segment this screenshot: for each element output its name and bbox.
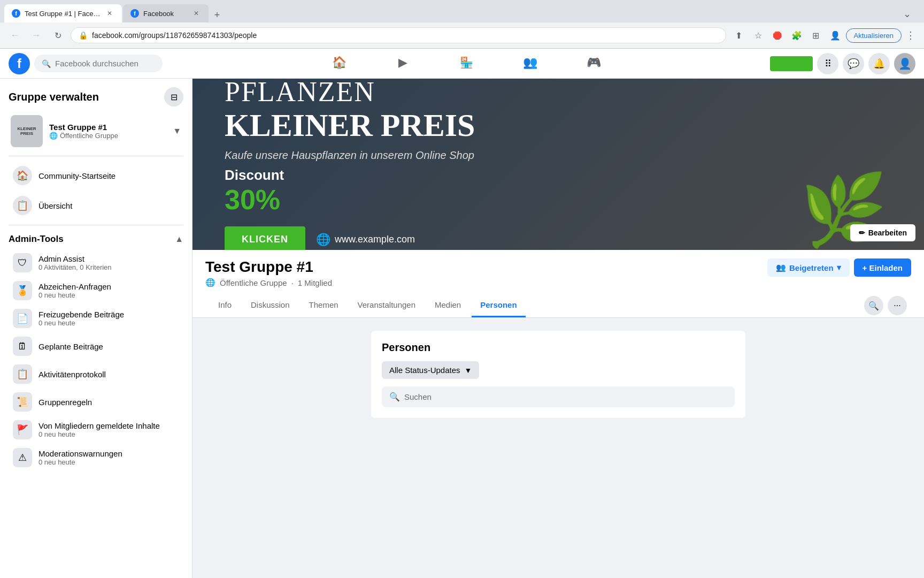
nav-watch[interactable]: ▶ [372,51,434,77]
browser-chrome: f Test Gruppe #1 | Facebook ✕ f Facebook… [0,0,924,49]
admin-tools-chevron[interactable]: ▲ [175,234,183,244]
facebook-search-bar[interactable]: 🔍 [34,55,163,72]
filter-dropdown[interactable]: Alle Status-Updates ▼ [382,361,479,379]
split-view-icon[interactable]: ⊞ [807,27,825,44]
sidebar-item-community[interactable]: 🏠 Community-Startseite [4,161,188,191]
dot-separator: · [291,278,294,287]
admin-item-badges[interactable]: 🏅 Abzeichen-Anfragen 0 neu heute [4,277,188,305]
favicon-2: f [130,9,139,18]
nav-marketplace[interactable]: 🏪 [436,51,497,77]
joined-icon: 👥 [776,263,786,272]
extensions-icon[interactable]: 🧩 [788,27,805,44]
public-label: Öffentliche Gruppe [220,278,287,287]
apps-icon[interactable]: ⠿ [817,53,838,74]
tab-info[interactable]: Info [210,294,240,317]
user-avatar[interactable]: 👤 [894,53,915,74]
cover-edit-button[interactable]: ✏ Bearbeiten [850,224,915,241]
sidebar-item-overview[interactable]: 📋 Übersicht [4,191,188,220]
more-tab-icon[interactable]: ··· [888,296,907,315]
back-button[interactable]: ← [6,27,24,44]
cover-discount-pct: 30% [225,184,732,216]
cover-discount-label: Discount [225,167,284,183]
activity-name: Aktivitätenprotokoll [38,370,179,379]
star-icon[interactable]: ☆ [750,27,767,44]
reported-count: 0 neu heute [38,430,179,438]
browser-tab-2[interactable]: f Facebook ✕ [123,4,209,22]
globe-icon-small: 🌐 [49,132,58,140]
minimize-btn[interactable]: ⌄ [898,5,915,22]
search-tab-icon[interactable]: 🔍 [864,296,883,315]
sidebar-item-overview-label: Übersicht [38,201,72,210]
group-item[interactable]: KLEINERPREIS Test Gruppe #1 🌐 Öffentlich… [4,111,188,151]
personen-search-row[interactable]: 🔍 Suchen [382,386,735,407]
extension-icon-red[interactable]: 🛑 [769,27,786,44]
tab-diskussion[interactable]: Diskussion [242,294,298,317]
search-row-icon: 🔍 [389,392,400,402]
admin-item-moderation[interactable]: ⚠ Moderationswarnungen 0 neu heute [4,444,188,471]
admin-item-scheduled[interactable]: 🗓 Geplante Beiträge [4,332,188,360]
admin-item-pending[interactable]: 📄 Freizugebende Beiträge 0 neu heute [4,305,188,332]
group-expand-icon[interactable]: ▼ [173,126,181,136]
community-icon: 🏠 [13,166,32,185]
admin-assist-name: Admin Assist [38,254,179,263]
cover-url-text: www.example.com [335,234,415,245]
nav-gaming[interactable]: 🎮 [563,51,625,77]
group-type-sidebar: 🌐 Öffentliche Gruppe [49,132,166,140]
facebook-nav-right: ⠿ 💬 🔔 👤 [770,53,915,74]
joined-button[interactable]: 👥 Beigetreten ▾ [767,258,850,277]
tab-themen[interactable]: Themen [301,294,347,317]
facebook-logo[interactable]: f [9,53,30,74]
filter-label: Alle Status-Updates [389,366,460,375]
messenger-icon[interactable]: 💬 [843,53,864,74]
tab-veranstaltungen[interactable]: Veranstaltungen [349,294,424,317]
scheduled-icon: 🗓 [13,337,32,356]
cover-buttons: KLICKEN 🌐 www.example.com [225,226,732,250]
admin-assist-count: 0 Aktivitäten, 0 Kriterien [38,263,179,271]
group-header-top: Test Gruppe #1 🌐 Öffentliche Gruppe · 1 … [205,258,911,287]
notifications-icon[interactable]: 🔔 [868,53,890,74]
admin-item-activity[interactable]: 📋 Aktivitätenprotokoll [4,360,188,388]
admin-item-reported[interactable]: 🚩 Von Mitgliedern gemeldete Inhalte 0 ne… [4,416,188,444]
activity-info: Aktivitätenprotokoll [38,370,179,379]
tab-medien[interactable]: Medien [426,294,469,317]
browser-tab-1[interactable]: f Test Gruppe #1 | Facebook ✕ [4,4,122,22]
group-header-actions: 👥 Beigetreten ▾ + Einladen [767,258,911,277]
toolbar-icons: ⬆ ☆ 🛑 🧩 ⊞ 👤 Aktualisieren ⋮ [730,27,918,44]
admin-item-rules[interactable]: 📜 Gruppenregeln [4,388,188,416]
search-input[interactable] [55,59,151,68]
sidebar-layout-icon[interactable]: ⊟ [164,87,183,107]
search-icon: 🔍 [42,59,51,68]
nav-groups[interactable]: 👥 [499,51,561,77]
cover-url: 🌐 www.example.com [316,233,415,247]
reload-button[interactable]: ↻ [49,27,66,44]
badges-info: Abzeichen-Anfragen 0 neu heute [38,282,179,299]
group-header: Test Gruppe #1 🌐 Öffentliche Gruppe · 1 … [192,250,924,318]
profile-icon[interactable]: 👤 [827,27,844,44]
tab-title-1: Test Gruppe #1 | Facebook [25,10,101,18]
personen-card: Personen Alle Status-Updates ▼ 🔍 Suchen [371,331,745,418]
address-bar[interactable]: 🔒 facebook.com/groups/11876265987413​03/… [71,27,726,43]
forward-button[interactable]: → [28,27,45,44]
joined-chevron-icon: ▾ [837,263,841,272]
cover-klicken-button[interactable]: KLICKEN [225,226,305,250]
url-text: facebook.com/groups/11876265987413​03/pe… [92,31,257,40]
new-tab-button[interactable]: + [210,7,225,22]
nav-home[interactable]: 🏠 [309,51,370,77]
reported-icon: 🚩 [13,420,32,439]
tab-personen[interactable]: Personen [472,294,525,317]
close-tab-2[interactable]: ✕ [191,9,201,18]
pending-name: Freizugebende Beiträge [38,310,179,319]
admin-item-assist[interactable]: 🛡 Admin Assist 0 Aktivitäten, 0 Kriterie… [4,249,188,277]
pending-icon: 📄 [13,309,32,328]
pending-info: Freizugebende Beiträge 0 neu heute [38,310,179,327]
cover-text: Kaufe unsere Hauspflanzen in unserem Onl… [225,149,732,162]
sidebar-item-community-label: Community-Startseite [38,171,116,180]
share-icon[interactable]: ⬆ [730,27,748,44]
invite-button[interactable]: + Einladen [854,258,911,277]
group-header-info: Test Gruppe #1 🌐 Öffentliche Gruppe · 1 … [205,258,332,287]
group-header-meta: 🌐 Öffentliche Gruppe · 1 Mitglied [205,278,332,287]
facebook-sidebar: Gruppe verwalten ⊟ KLEINERPREIS Test Gru… [0,79,192,578]
update-button[interactable]: Aktualisieren [846,28,902,43]
browser-menu-icon[interactable]: ⋮ [904,27,918,43]
close-tab-1[interactable]: ✕ [105,9,114,18]
